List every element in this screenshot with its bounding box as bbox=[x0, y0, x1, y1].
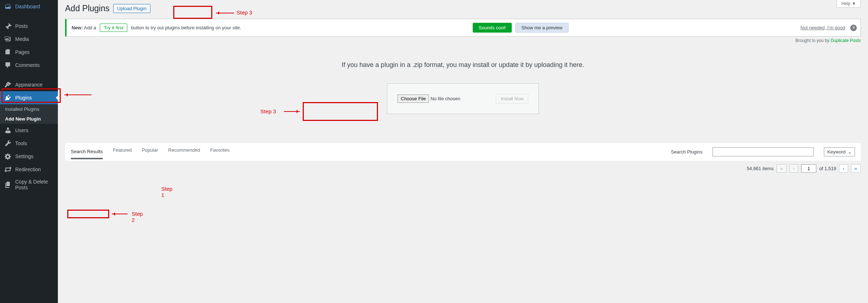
sidebar-item-media[interactable]: Media bbox=[0, 33, 58, 46]
sidebar-item-pages[interactable]: Pages bbox=[0, 46, 58, 59]
chevron-down-icon: ⌄ bbox=[848, 149, 852, 155]
sidebar-label: Tools bbox=[15, 140, 27, 146]
annotation-box-choose-file bbox=[303, 102, 378, 121]
media-icon bbox=[4, 35, 12, 43]
plugin-icon bbox=[4, 94, 12, 101]
sidebar-label: Settings bbox=[15, 153, 34, 159]
sidebar-label: Comments bbox=[15, 62, 40, 68]
page-icon bbox=[4, 49, 12, 56]
sidebar-item-tools[interactable]: Tools bbox=[0, 137, 58, 150]
tab-search-results[interactable]: Search Results bbox=[71, 149, 103, 159]
tools-icon bbox=[4, 140, 12, 147]
new-label: New: bbox=[72, 25, 83, 30]
upload-form: Choose File No file chosen Install Now bbox=[387, 83, 539, 114]
show-preview-button[interactable]: Show me a preview bbox=[515, 23, 569, 33]
page-of: of 1,519 bbox=[819, 166, 836, 171]
search-label: Search Plugins bbox=[671, 149, 702, 155]
page-title: Add Plugins bbox=[65, 4, 110, 13]
submenu-add-new-plugin[interactable]: Add New Plugin bbox=[0, 114, 58, 124]
current-page-input[interactable] bbox=[801, 164, 816, 173]
tab-popular[interactable]: Popular bbox=[142, 147, 158, 156]
comments-icon bbox=[4, 62, 12, 69]
sidebar-item-copy-delete[interactable]: Copy & Delete Posts bbox=[0, 176, 58, 193]
tab-featured[interactable]: Featured bbox=[113, 147, 132, 156]
sidebar-label: Copy & Delete Posts bbox=[15, 179, 54, 190]
sidebar-item-redirection[interactable]: Redirection bbox=[0, 163, 58, 176]
copy-icon bbox=[4, 181, 12, 188]
submenu-installed-plugins[interactable]: Installed Plugins bbox=[0, 104, 58, 114]
tab-favorites[interactable]: Favorites bbox=[210, 147, 229, 156]
users-icon bbox=[4, 127, 12, 134]
sidebar-item-appearance[interactable]: Appearance bbox=[0, 78, 58, 91]
choose-file-button[interactable]: Choose File bbox=[397, 94, 429, 103]
upload-heading: If you have a plugin in a .zip format, y… bbox=[65, 61, 861, 69]
search-plugins-input[interactable] bbox=[712, 147, 814, 156]
try-it-first-notice: New: Add a Try it first button to try ou… bbox=[65, 19, 861, 37]
admin-sidebar: Dashboard Posts Media Pages Comments App… bbox=[0, 0, 58, 303]
sidebar-label: Dashboard bbox=[15, 4, 40, 9]
annotation-step3-label: Step 3 bbox=[260, 108, 276, 114]
tab-recommended[interactable]: Recommended bbox=[168, 147, 200, 156]
sidebar-label: Appearance bbox=[15, 82, 43, 88]
prev-page-button[interactable]: ‹ bbox=[790, 164, 798, 173]
notice-tail: button to try out plugins before install… bbox=[131, 25, 241, 30]
sidebar-item-dashboard[interactable]: Dashboard bbox=[0, 0, 58, 13]
sidebar-item-plugins[interactable]: Plugins bbox=[0, 91, 58, 104]
help-tab[interactable]: Help ▼ bbox=[837, 0, 861, 8]
install-now-button[interactable]: Install Now bbox=[496, 94, 528, 104]
first-page-button[interactable]: « bbox=[776, 164, 786, 173]
sidebar-item-users[interactable]: Users bbox=[0, 124, 58, 137]
sidebar-label: Media bbox=[15, 36, 29, 42]
chevron-down-icon: ▼ bbox=[852, 1, 856, 6]
brought-by: Brought to you by Duplicate Posts bbox=[65, 38, 861, 43]
sidebar-item-comments[interactable]: Comments bbox=[0, 59, 58, 72]
sidebar-item-settings[interactable]: Settings bbox=[0, 150, 58, 163]
plugin-filter-bar: Search Results Featured Popular Recommen… bbox=[65, 143, 861, 161]
no-file-chosen: No file chosen bbox=[430, 96, 460, 101]
main-content: Help ▼ Add Plugins Upload Plugin New: Ad… bbox=[58, 0, 868, 303]
pin-icon bbox=[4, 22, 12, 30]
last-page-button[interactable]: » bbox=[851, 164, 861, 173]
not-needed-link[interactable]: Not needed, I'm good bbox=[800, 25, 845, 30]
pagination: 54,661 items « ‹ of 1,519 › » bbox=[65, 161, 861, 176]
sounds-cool-button[interactable]: Sounds cool! bbox=[473, 23, 511, 33]
annotation-arrow bbox=[284, 111, 300, 112]
settings-icon bbox=[4, 153, 12, 160]
sidebar-label: Redirection bbox=[15, 167, 41, 172]
upload-plugin-button[interactable]: Upload Plugin bbox=[113, 4, 150, 13]
next-page-button[interactable]: › bbox=[839, 164, 848, 173]
sidebar-label: Plugins bbox=[15, 95, 32, 101]
sidebar-label: Posts bbox=[15, 23, 28, 29]
try-it-first-button[interactable]: Try it first bbox=[100, 24, 127, 32]
sidebar-item-posts[interactable]: Posts bbox=[0, 20, 58, 33]
sidebar-label: Users bbox=[15, 127, 29, 133]
redirection-icon bbox=[4, 166, 12, 173]
plugins-submenu: Installed Plugins Add New Plugin bbox=[0, 104, 58, 124]
item-count: 54,661 items bbox=[747, 166, 774, 171]
dashboard-icon bbox=[4, 3, 12, 10]
duplicate-posts-link[interactable]: Duplicate Posts bbox=[831, 38, 861, 43]
dismiss-notice-button[interactable]: ✕ bbox=[850, 25, 857, 31]
appearance-icon bbox=[4, 81, 12, 88]
sidebar-label: Pages bbox=[15, 49, 30, 55]
keyword-select[interactable]: Keyword ⌄ bbox=[824, 147, 855, 156]
